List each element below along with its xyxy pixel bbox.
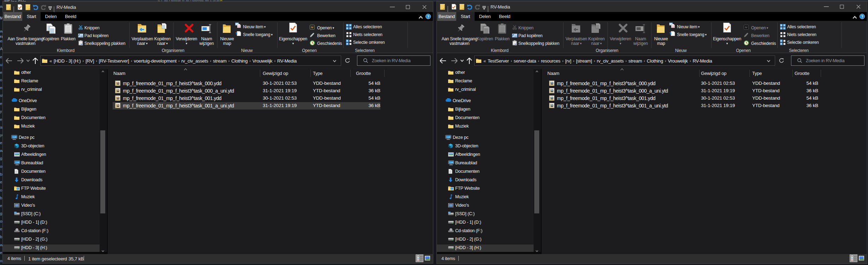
svg-text:IV: IV <box>551 104 553 106</box>
svg-text:IV: IV <box>117 96 119 99</box>
svg-text:IV: IV <box>311 26 314 29</box>
svg-text:IV: IV <box>117 82 119 84</box>
svg-text:IV: IV <box>551 96 553 99</box>
svg-text:IV: IV <box>551 89 553 92</box>
svg-text:IV: IV <box>745 26 748 29</box>
svg-text:IV: IV <box>551 82 553 84</box>
svg-text:IV: IV <box>117 104 119 106</box>
svg-text:IV: IV <box>117 89 119 92</box>
